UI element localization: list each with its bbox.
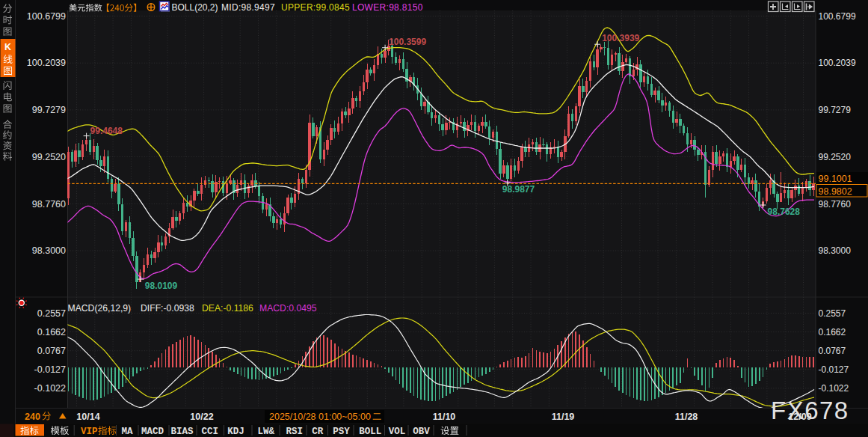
svg-text:0.0767: 0.0767 (37, 346, 66, 356)
svg-text:0.2557: 0.2557 (37, 308, 66, 319)
svg-text:99.7279: 99.7279 (32, 105, 66, 115)
svg-text:11/10: 11/10 (433, 412, 456, 422)
svg-text:240: 240 (25, 412, 40, 422)
svg-text:VOL: VOL (389, 427, 406, 437)
svg-text:OBV: OBV (413, 427, 430, 437)
svg-text:99.7279: 99.7279 (819, 105, 852, 115)
svg-text:2025/10/28 01:00~05:00: 2025/10/28 01:00~05:00 (269, 412, 371, 422)
svg-text:100.3599: 100.3599 (389, 37, 426, 47)
svg-text:DEA:-0.1186: DEA:-0.1186 (202, 303, 253, 314)
svg-text:0.1662: 0.1662 (37, 327, 66, 337)
svg-text:MACD: MACD (141, 427, 164, 437)
svg-text:98.9877: 98.9877 (502, 184, 535, 195)
svg-text:CCI: CCI (201, 427, 218, 437)
svg-text:VIP: VIP (81, 427, 98, 437)
svg-text:98.0109: 98.0109 (145, 281, 178, 291)
svg-text:KDJ: KDJ (227, 427, 244, 437)
svg-text:RSI: RSI (286, 427, 304, 437)
svg-text:11/28: 11/28 (675, 412, 698, 422)
svg-text:MACD(26,12,9): MACD(26,12,9) (68, 303, 132, 314)
svg-text:-0.0127: -0.0127 (819, 364, 849, 375)
svg-text:LW&: LW& (258, 427, 275, 437)
svg-text:98.9802: 98.9802 (819, 186, 852, 197)
svg-text:98.3000: 98.3000 (819, 245, 852, 256)
svg-text:K: K (4, 42, 11, 52)
svg-text:100.2039: 100.2039 (27, 58, 66, 68)
svg-text:-0.0127: -0.0127 (34, 364, 66, 375)
svg-text:LOWER:98.8150: LOWER:98.8150 (352, 2, 423, 13)
svg-text:-0.1022: -0.1022 (34, 383, 66, 394)
svg-text:MACD:0.0495: MACD:0.0495 (259, 303, 317, 314)
svg-text:10/22: 10/22 (190, 412, 213, 422)
svg-text:DIFF:-0.0938: DIFF:-0.0938 (141, 303, 194, 314)
svg-text:UPPER:99.0845: UPPER:99.0845 (281, 2, 350, 13)
svg-text:98.3000: 98.3000 (32, 245, 66, 256)
svg-text:BIAS: BIAS (170, 427, 194, 437)
svg-text:10/14: 10/14 (76, 412, 99, 422)
svg-text:BOLL: BOLL (359, 427, 381, 437)
svg-text:11/19: 11/19 (552, 412, 575, 422)
svg-text:MID:98.9497: MID:98.9497 (221, 2, 275, 13)
svg-text:-0.1022: -0.1022 (819, 383, 849, 394)
svg-text:99.1001: 99.1001 (819, 174, 852, 184)
svg-text:PSY: PSY (333, 427, 350, 437)
svg-text:0.2557: 0.2557 (819, 308, 846, 319)
svg-text:99.2520: 99.2520 (819, 152, 852, 162)
svg-text:99.4648: 99.4648 (90, 126, 123, 136)
svg-text:100.6799: 100.6799 (819, 11, 856, 22)
svg-text:99.2520: 99.2520 (32, 152, 66, 162)
svg-text:98.7628: 98.7628 (768, 207, 801, 217)
svg-text:MA: MA (121, 427, 133, 437)
svg-text:98.7760: 98.7760 (819, 199, 852, 210)
svg-text:100.2039: 100.2039 (819, 58, 856, 68)
svg-text:0.1662: 0.1662 (819, 327, 846, 337)
svg-text:BOLL(20,2): BOLL(20,2) (172, 2, 218, 13)
svg-text:100.6799: 100.6799 (27, 11, 66, 22)
svg-text:0.0767: 0.0767 (819, 346, 846, 356)
svg-text:CR: CR (312, 427, 324, 437)
svg-text:98.7760: 98.7760 (32, 199, 66, 210)
svg-text:FX678: FX678 (771, 397, 849, 424)
svg-text:100.3939: 100.3939 (602, 33, 639, 43)
